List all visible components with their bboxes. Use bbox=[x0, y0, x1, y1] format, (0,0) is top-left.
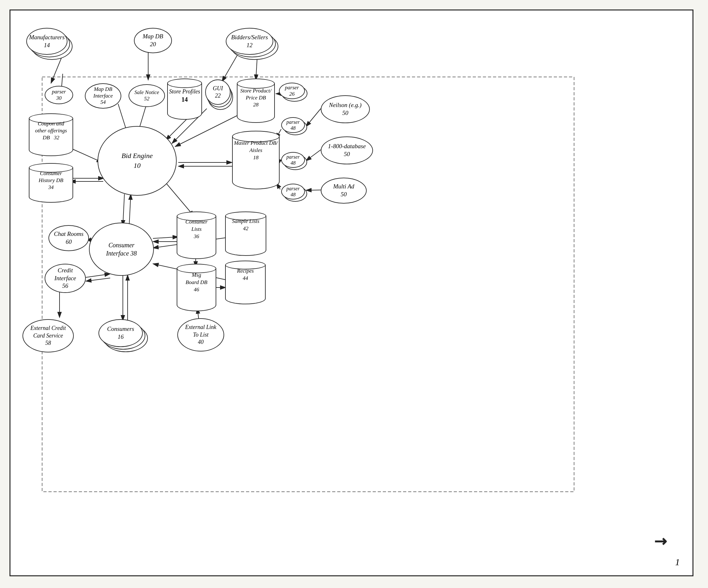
parser-48b-node: parser48 bbox=[281, 152, 311, 172]
bid-engine-label: Bid Engine10 bbox=[122, 151, 153, 171]
parser-48a-label: parser48 bbox=[287, 119, 300, 131]
parser-48c-node: parser48 bbox=[281, 184, 311, 203]
neilson-node: Neilson (e.g.)50 bbox=[321, 95, 370, 123]
store-product-label: Store Product/Price DB28 bbox=[237, 87, 275, 108]
external-link-node: External LinkTo List40 bbox=[177, 318, 224, 351]
svg-line-15 bbox=[175, 115, 238, 147]
neilson-label: Neilson (e.g.)50 bbox=[329, 101, 362, 117]
recipes-label: Recipes44 bbox=[225, 268, 266, 282]
map-db-interface-label: Map DBInterface54 bbox=[93, 86, 113, 106]
sale-notice-node: Sale Notice52 bbox=[128, 84, 165, 107]
map-db-interface-node: Map DBInterface54 bbox=[85, 83, 121, 109]
consumer-interface-node: ConsumerInterface 38 bbox=[89, 223, 154, 276]
consumer-history-node: ConsumerHistory DB34 bbox=[29, 163, 73, 203]
svg-line-26 bbox=[129, 194, 131, 226]
recipes-node: Recipes44 bbox=[225, 261, 266, 304]
bidders-ellipse-front: Bidders/Sellers12 bbox=[226, 28, 273, 55]
gui-ellipse-front: GUI22 bbox=[205, 80, 231, 105]
consumer-lists-node: ConsumerLists36 bbox=[177, 211, 216, 259]
bidders-label: Bidders/Sellers12 bbox=[231, 34, 268, 49]
consumers-label: Consumers16 bbox=[107, 325, 134, 341]
multi-ad-node: Multi Ad50 bbox=[321, 178, 367, 204]
database-1800-node: 1-800-database50 bbox=[321, 137, 373, 164]
parser-48b-front: parser48 bbox=[281, 152, 305, 168]
svg-line-11 bbox=[166, 118, 188, 140]
coupon-label: Coupon andother offeringsDB 32 bbox=[29, 120, 73, 141]
arrow-icon: ↗ bbox=[650, 530, 672, 552]
parser-26-label: parser26 bbox=[285, 85, 299, 97]
consumer-history-label: ConsumerHistory DB34 bbox=[29, 170, 73, 191]
manufacturers-label: Manufacturers 14 bbox=[27, 34, 67, 49]
store-profiles-cylinder-top bbox=[167, 79, 202, 88]
credit-interface-node: CreditInterface56 bbox=[45, 264, 86, 293]
external-credit-node: External CreditCard Service58 bbox=[23, 319, 74, 352]
map-db-node: Map DB20 bbox=[134, 28, 172, 53]
bidders-sellers-node: Bidders/Sellers12 bbox=[226, 28, 284, 64]
gui-label: GUI22 bbox=[213, 85, 223, 100]
svg-line-36 bbox=[86, 274, 110, 277]
diagram-container: Manufacturers 14 Map DB20 Bidders/Seller… bbox=[9, 9, 694, 576]
master-product-node: Master Product DB/Aisles18 bbox=[232, 131, 279, 189]
parser-30-node: parser30 bbox=[45, 86, 73, 104]
consumers-front: Consumers16 bbox=[98, 319, 143, 347]
svg-line-37 bbox=[86, 278, 110, 281]
sample-lists-node: Sample Lists42 bbox=[225, 211, 266, 256]
store-product-node: Store Product/Price DB28 bbox=[237, 79, 275, 123]
master-product-label: Master Product DB/Aisles18 bbox=[232, 140, 279, 161]
parser-48c-label: parser48 bbox=[287, 185, 300, 198]
parser-26-node: parser26 bbox=[279, 83, 312, 107]
credit-interface-label: CreditInterface56 bbox=[55, 267, 76, 290]
parser-30-label: parser30 bbox=[52, 89, 66, 101]
external-link-label: External LinkTo List40 bbox=[185, 324, 216, 346]
database-1800-label: 1-800-database50 bbox=[328, 143, 366, 158]
msg-board-node: MsgBoard DB46 bbox=[177, 264, 216, 311]
map-db-label: Map DB20 bbox=[143, 33, 164, 48]
multi-ad-label: Multi Ad50 bbox=[333, 183, 354, 198]
msg-board-label: MsgBoard DB46 bbox=[177, 272, 216, 294]
parser-48c-front: parser48 bbox=[281, 184, 305, 200]
gui-node: GUI22 bbox=[205, 80, 238, 116]
svg-line-28 bbox=[153, 237, 178, 238]
coupon-db-node: Coupon andother offeringsDB 32 bbox=[29, 113, 73, 156]
sample-lists-label: Sample Lists42 bbox=[225, 218, 266, 232]
store-profiles-node: Store Profiles14 bbox=[167, 79, 202, 120]
manufacturers-ellipse-front: Manufacturers 14 bbox=[26, 28, 67, 55]
parser-48b-label: parser48 bbox=[287, 154, 300, 166]
parser-48a-node: parser48 bbox=[281, 117, 311, 137]
svg-line-25 bbox=[123, 194, 124, 226]
parser-48a-front: parser48 bbox=[281, 117, 305, 133]
store-profiles-label: Store Profiles14 bbox=[167, 88, 202, 104]
consumer-lists-label: ConsumerLists36 bbox=[177, 218, 216, 240]
external-credit-label: External CreditCard Service58 bbox=[30, 325, 66, 347]
consumers-node: Consumers16 bbox=[98, 319, 154, 357]
chat-rooms-label: Chat Rooms60 bbox=[54, 230, 83, 246]
manufacturers-node: Manufacturers 14 bbox=[26, 28, 77, 66]
page-number: 1 bbox=[675, 557, 680, 567]
bid-engine-node: Bid Engine10 bbox=[97, 126, 177, 196]
parser-26-front: parser26 bbox=[279, 83, 305, 99]
sale-notice-label: Sale Notice52 bbox=[135, 89, 159, 102]
chat-rooms-node: Chat Rooms60 bbox=[49, 225, 89, 251]
consumer-interface-label: ConsumerInterface 38 bbox=[106, 241, 137, 258]
